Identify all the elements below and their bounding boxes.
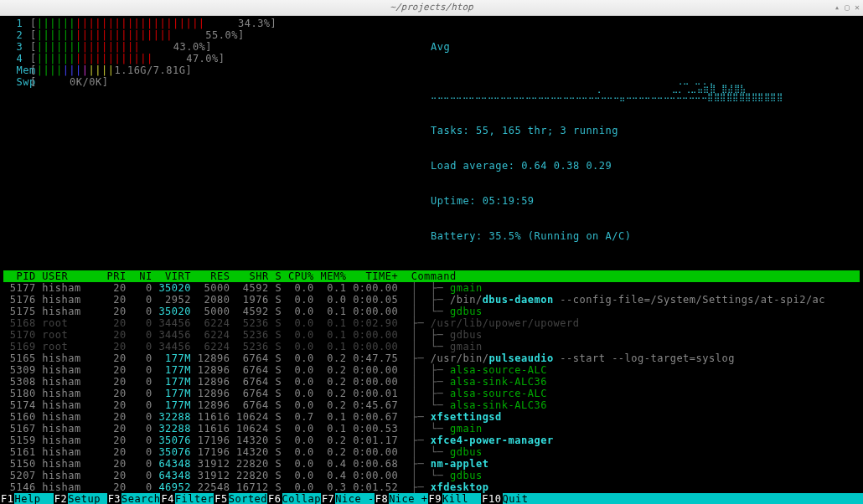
avg-label: Avg xyxy=(431,41,860,53)
uptime-line: Uptime: 05:19:59 xyxy=(431,195,860,207)
process-row[interactable]: 5168 root 20 0 34456 6224 5236 S 0.0 0.1… xyxy=(3,317,860,329)
minimize-icon[interactable]: ▴ xyxy=(835,2,840,13)
fkey-F6[interactable]: F6 xyxy=(267,493,282,504)
mem-meter: Mem[|||||||||||| 1.16G/7.81G] xyxy=(3,64,422,76)
fkey-F3-label[interactable]: Search xyxy=(121,493,160,504)
maximize-icon[interactable]: ▢ xyxy=(845,2,850,13)
load-line: Load average: 0.64 0.38 0.29 xyxy=(431,160,860,172)
window-title: ~/projects/htop xyxy=(390,2,473,13)
titlebar[interactable]: ~/projects/htop ▴ ▢ ✕ xyxy=(0,0,863,16)
fkey-F1[interactable]: F1 xyxy=(0,493,14,504)
process-row[interactable]: 5175 hisham 20 0 35020 5000 4592 S 0.0 0… xyxy=(3,306,860,317)
process-row[interactable]: 5160 hisham 20 0 32288 11616 10624 S 0.7… xyxy=(3,411,860,423)
fkey-F2[interactable]: F2 xyxy=(54,493,68,504)
fkey-F6-label[interactable]: Collap xyxy=(282,493,321,504)
fkey-F5[interactable]: F5 xyxy=(214,493,228,504)
terminal-window: ~/projects/htop ▴ ▢ ✕ 1 [|||||||||||||||… xyxy=(0,0,863,504)
fkey-F2-label[interactable]: Setup xyxy=(68,493,106,504)
close-icon[interactable]: ✕ xyxy=(855,2,860,13)
fkey-F7[interactable]: F7 xyxy=(321,493,335,504)
process-row[interactable]: 5309 hisham 20 0 177M 12896 6764 S 0.0 0… xyxy=(3,364,860,376)
fkey-F8[interactable]: F8 xyxy=(375,493,389,504)
fkey-F7-label[interactable]: Nice - xyxy=(335,493,374,504)
fkey-F10-label[interactable]: Quit xyxy=(503,493,541,504)
process-row[interactable]: 5169 root 20 0 34456 6224 5236 S 0.0 0.1… xyxy=(3,341,860,352)
fkey-F5-label[interactable]: Sorted xyxy=(229,493,267,504)
window-controls: ▴ ▢ ✕ xyxy=(835,2,860,13)
cpu-meter-2: 2 [||||||||||||||||||||| 55.0%] xyxy=(3,29,422,41)
process-row[interactable]: 5146 hisham 20 0 46952 22548 16712 S 0.0… xyxy=(3,481,860,493)
process-row[interactable]: 5170 root 20 0 34456 6224 5236 S 0.0 0.1… xyxy=(3,329,860,341)
process-row[interactable]: 5176 hisham 20 0 2952 2080 1976 S 0.0 0.… xyxy=(3,294,860,306)
fkey-F9[interactable]: F9 xyxy=(428,493,442,504)
swap-meter: Swp[ 0K/0K] xyxy=(3,76,422,88)
process-row[interactable]: 5207 hisham 20 0 64348 31912 22820 S 0.0… xyxy=(3,470,860,481)
cpu-graph: ⢀⣀ ⣀⢀⢀ ⢀ ⣀⡀⢀⣀⣤⣶⣿ ⣿⣼⣿⣧⠤⠤⠤⠤⠤⠤⠤⠤⠤⠤⠤⠤⠤⠤⠤⠤⠤⠤⠤… xyxy=(431,76,860,101)
fkey-F4-label[interactable]: Filter xyxy=(175,493,214,504)
fkey-F1-label[interactable]: Help xyxy=(14,493,53,504)
process-row[interactable]: 5174 hisham 20 0 177M 12896 6764 S 0.0 0… xyxy=(3,399,860,411)
terminal-body[interactable]: 1 [|||||||||||||||||||||||||| 34.3%] 2 [… xyxy=(0,16,863,504)
fkey-F10[interactable]: F10 xyxy=(481,493,502,504)
process-list[interactable]: 5177 hisham 20 0 35020 5000 4592 S 0.0 0… xyxy=(3,282,860,504)
process-row[interactable]: 5308 hisham 20 0 177M 12896 6764 S 0.0 0… xyxy=(3,376,860,388)
cpu-meter-1: 1 [|||||||||||||||||||||||||| 34.3%] xyxy=(3,18,422,29)
column-headers[interactable]: PID USER PRI NI VIRT RES SHR S CPU% MEM%… xyxy=(3,270,860,282)
process-row[interactable]: 5161 hisham 20 0 35076 17196 14320 S 0.0… xyxy=(3,446,860,458)
process-row[interactable]: 5180 hisham 20 0 177M 12896 6764 S 0.0 0… xyxy=(3,388,860,399)
battery-line: Battery: 35.5% (Running on A/C) xyxy=(431,230,860,242)
process-row[interactable]: 5177 hisham 20 0 35020 5000 4592 S 0.0 0… xyxy=(3,282,860,294)
process-row[interactable]: 5165 hisham 20 0 177M 12896 6764 S 0.0 0… xyxy=(3,352,860,364)
tasks-line: Tasks: 55, 165 thr; 3 running xyxy=(431,125,860,136)
process-row[interactable]: 5150 hisham 20 0 64348 31912 22820 S 0.0… xyxy=(3,458,860,470)
fkey-F4[interactable]: F4 xyxy=(160,493,174,504)
function-key-bar: F1Help F2Setup F3SearchF4FilterF5SortedF… xyxy=(0,493,863,504)
fkey-F9-label[interactable]: Kill xyxy=(442,493,481,504)
cpu-meter-3: 3 [|||||||||||||||| 43.0%] xyxy=(3,41,422,53)
meters-right: Avg ⢀⣀ ⣀⢀⢀ ⢀ ⣀⡀⢀⣀⣤⣶⣿ ⣿⣼⣿⣧⠤⠤⠤⠤⠤⠤⠤⠤⠤⠤⠤⠤⠤⠤⠤… xyxy=(422,18,860,265)
fkey-F3[interactable]: F3 xyxy=(107,493,121,504)
process-row[interactable]: 5167 hisham 20 0 32288 11616 10624 S 0.0… xyxy=(3,423,860,435)
process-row[interactable]: 5159 hisham 20 0 35076 17196 14320 S 0.0… xyxy=(3,435,860,446)
cpu-meter-4: 4 [|||||||||||||||||| 47.0%] xyxy=(3,53,422,64)
meters-left: 1 [|||||||||||||||||||||||||| 34.3%] 2 [… xyxy=(3,18,422,265)
fkey-F8-label[interactable]: Nice + xyxy=(389,493,427,504)
